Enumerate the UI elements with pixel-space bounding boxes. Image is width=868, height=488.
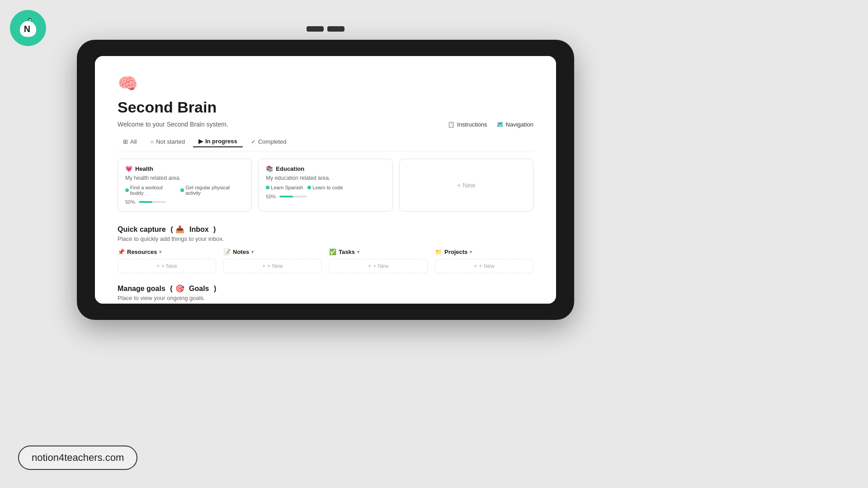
quick-capture-label: Quick capture	[118, 225, 166, 234]
education-card-progress: 50%	[266, 194, 385, 199]
tab-completed[interactable]: ✓ Completed	[245, 136, 292, 147]
projects-caret-icon: ▾	[470, 249, 472, 254]
navigation-link[interactable]: 🗺️ Navigation	[496, 121, 533, 128]
resources-icon: 📌	[118, 249, 125, 255]
notes-icon: 📝	[223, 249, 231, 255]
projects-col-header: 📁 Projects ▾	[435, 249, 533, 255]
tasks-col-header: ✅ Tasks ▾	[329, 249, 428, 255]
education-card-tasks: Learn Spanish Learn to code	[266, 185, 385, 190]
page-content: 🧠 Second Brain Welcome to your Second Br…	[95, 56, 556, 304]
manage-goals-section: Manage goals ( 🎯 Goals ) Place to view y…	[118, 284, 533, 301]
education-task-2: Learn to code	[307, 185, 343, 190]
resources-new-button[interactable]: + + New	[118, 259, 216, 273]
tasks-col: ✅ Tasks ▾ + + New	[329, 249, 428, 273]
education-task-1-dot	[266, 186, 269, 189]
tab-not-started[interactable]: ○ Not started	[145, 136, 190, 147]
manage-goals-label: Manage goals	[118, 285, 165, 293]
tablet-frame: 🧠 Second Brain Welcome to your Second Br…	[77, 40, 574, 320]
tab-in-progress[interactable]: ▶ In progress	[193, 136, 243, 147]
health-card-title: 💗 Health	[125, 165, 244, 172]
navigation-icon: 🗺️	[496, 121, 504, 128]
new-card-button[interactable]: + New	[399, 159, 533, 211]
education-task-1: Learn Spanish	[266, 185, 303, 190]
education-icon: 📚	[266, 165, 273, 172]
education-progress-bar-fill	[279, 196, 293, 197]
tasks-plus-icon: +	[368, 263, 371, 269]
notes-plus-icon: +	[262, 263, 265, 269]
health-card-desc: My health related area.	[125, 175, 244, 181]
tab-in-progress-icon: ▶	[198, 138, 203, 145]
education-progress-bar-bg	[279, 196, 307, 197]
projects-col: 📁 Projects ▾ + + New	[435, 249, 533, 273]
resources-col: 📌 Resources ▾ + + New	[118, 249, 216, 273]
education-card-desc: My education related area.	[266, 175, 385, 181]
health-task-1: Find a workout buddy	[125, 185, 176, 196]
instructions-icon: 📋	[448, 121, 455, 128]
tab-not-started-icon: ○	[150, 138, 154, 145]
page-icon: 🧠	[118, 74, 533, 93]
projects-new-button[interactable]: + + New	[435, 259, 533, 273]
page-subtitle: Welcome to your Second Brain system.	[118, 121, 228, 128]
health-task-1-dot	[125, 188, 129, 192]
tablet-button-1	[307, 26, 324, 32]
education-card[interactable]: 📚 Education My education related area. L…	[258, 159, 392, 211]
tablet-button-2	[327, 26, 344, 32]
resources-col-header: 📌 Resources ▾	[118, 249, 216, 255]
manage-goals-title: Manage goals ( 🎯 Goals )	[118, 284, 533, 293]
health-progress-bar-fill	[139, 201, 152, 203]
instructions-link[interactable]: 📋 Instructions	[448, 121, 487, 128]
subtitle-row: Welcome to your Second Brain system. 📋 I…	[118, 121, 533, 128]
health-icon: 💗	[125, 165, 132, 172]
health-card[interactable]: 💗 Health My health related area. Find a …	[118, 159, 252, 211]
page-title: Second Brain	[118, 99, 533, 116]
projects-icon: 📁	[435, 249, 442, 255]
health-card-progress: 50%	[125, 199, 244, 205]
tablet-topbar	[307, 26, 344, 32]
education-task-2-dot	[307, 186, 311, 189]
page-links: 📋 Instructions 🗺️ Navigation	[448, 121, 533, 128]
manage-goals-desc: Place to view your ongoing goals.	[118, 295, 533, 301]
goals-icon: 🎯	[175, 284, 184, 293]
health-task-2: Get regular physical activity	[180, 185, 244, 196]
health-progress-bar-bg	[139, 201, 166, 203]
resources-caret-icon: ▾	[159, 249, 161, 254]
inbox-paren-open: (	[169, 225, 173, 234]
tasks-icon: ✅	[329, 249, 336, 255]
svg-text:N: N	[24, 24, 30, 34]
capture-columns: 📌 Resources ▾ + + New 📝 Notes	[118, 249, 533, 273]
notes-col: 📝 Notes ▾ + + New	[223, 249, 322, 273]
tab-completed-icon: ✓	[251, 138, 256, 145]
quick-capture-section: Quick capture ( 📥 Inbox ) Place to quick…	[118, 225, 533, 273]
inbox-icon: 📥	[175, 225, 184, 234]
goals-paren-open: (	[168, 285, 173, 293]
resources-plus-icon: +	[156, 263, 160, 269]
quick-capture-desc: Place to quickly add things to your inbo…	[118, 235, 533, 242]
notes-caret-icon: ▾	[251, 249, 254, 254]
url-badge: notion4teachers.com	[18, 446, 137, 470]
filter-tabs: ⊞ All ○ Not started ▶ In progress ✓ Comp…	[118, 136, 533, 151]
quick-capture-title: Quick capture ( 📥 Inbox )	[118, 225, 533, 234]
notes-col-header: 📝 Notes ▾	[223, 249, 322, 255]
tab-all[interactable]: ⊞ All	[118, 136, 142, 147]
inbox-text: Inbox	[187, 225, 211, 234]
cards-row: 💗 Health My health related area. Find a …	[118, 159, 533, 211]
health-task-2-dot	[180, 188, 184, 192]
education-card-title: 📚 Education	[266, 165, 385, 172]
notion-logo: N	[10, 10, 46, 46]
tablet-screen: 🧠 Second Brain Welcome to your Second Br…	[95, 56, 556, 304]
tasks-caret-icon: ▾	[357, 249, 359, 254]
health-card-tasks: Find a workout buddy Get regular physica…	[125, 185, 244, 196]
goals-text: Goals	[187, 285, 211, 293]
inbox-paren-close: )	[213, 225, 216, 234]
tasks-new-button[interactable]: + + New	[329, 259, 428, 273]
notes-new-button[interactable]: + + New	[223, 259, 322, 273]
new-card-label: + New	[457, 182, 475, 189]
projects-plus-icon: +	[474, 263, 477, 269]
goals-paren-close: )	[214, 285, 216, 293]
tab-all-icon: ⊞	[123, 138, 128, 145]
